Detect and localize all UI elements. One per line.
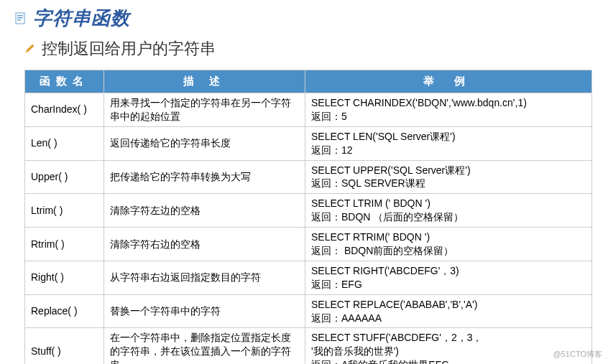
fn-name: Upper( ) — [25, 160, 104, 194]
fn-desc: 清除字符左边的空格 — [104, 194, 305, 228]
table-row: Replace( ) 替换一个字符串中的字符 SELECT REPLACE('A… — [25, 294, 592, 328]
page-title: 字符串函数 — [33, 6, 130, 31]
fn-desc: 清除字符右边的空格 — [104, 228, 305, 261]
watermark: @51CTO博客 — [553, 349, 602, 360]
fn-name: Rtrim( ) — [25, 228, 104, 261]
fn-desc: 返回传递给它的字符串长度 — [104, 126, 305, 160]
fn-example: SELECT STUFF('ABCDEFG'，2，3， '我的音乐我的世界') … — [305, 328, 592, 364]
fn-example: SELECT LTRIM (' BDQN ') 返回：BDQN （后面的空格保留… — [305, 194, 592, 228]
fn-name: Stuff( ) — [25, 328, 104, 364]
fn-example: SELECT CHARINDEX('BDQN','www.bdqn.cn',1)… — [305, 93, 592, 127]
table-row: CharIndex( ) 用来寻找一个指定的字符串在另一个字符串中的起始位置 S… — [25, 93, 592, 127]
table-row: Ltrim( ) 清除字符左边的空格 SELECT LTRIM (' BDQN … — [25, 194, 592, 228]
svg-rect-2 — [17, 17, 23, 19]
pencil-icon — [24, 44, 34, 54]
fn-desc: 替换一个字符串中的字符 — [104, 294, 305, 328]
subtitle: 控制返回给用户的字符串 — [42, 38, 216, 60]
table-row: Upper( ) 把传递给它的字符串转换为大写 SELECT UPPER('SQ… — [25, 160, 592, 194]
table-header-row: 函数名 描 述 举 例 — [25, 70, 592, 93]
fn-name: CharIndex( ) — [25, 93, 104, 127]
svg-rect-1 — [17, 15, 23, 17]
header-desc: 描 述 — [104, 70, 305, 93]
fn-desc: 用来寻找一个指定的字符串在另一个字符串中的起始位置 — [104, 93, 305, 127]
fn-example: SELECT RTRIM(' BDQN ') 返回： BDQN前面的空格保留） — [305, 228, 592, 261]
table-row: Rtrim( ) 清除字符右边的空格 SELECT RTRIM(' BDQN '… — [25, 228, 592, 261]
table-row: Len( ) 返回传递给它的字符串长度 SELECT LEN('SQL Serv… — [25, 126, 592, 160]
document-icon — [14, 12, 27, 25]
fn-name: Right( ) — [25, 261, 104, 294]
header-example: 举 例 — [305, 70, 592, 93]
subtitle-row: 控制返回给用户的字符串 — [24, 38, 594, 60]
fn-desc: 从字符串右边返回指定数目的字符 — [104, 261, 305, 294]
fn-name: Replace( ) — [25, 294, 104, 328]
functions-table: 函数名 描 述 举 例 CharIndex( ) 用来寻找一个指定的字符串在另一… — [24, 70, 592, 364]
table-row: Right( ) 从字符串右边返回指定数目的字符 SELECT RIGHT('A… — [25, 261, 592, 294]
fn-example: SELECT REPLACE('ABABAB','B','A') 返回：AAAA… — [305, 294, 592, 328]
fn-name: Ltrim( ) — [25, 194, 104, 228]
fn-desc: 在一个字符串中，删除指定位置指定长度的字符串，并在该位置插入一个新的字符串 — [104, 328, 305, 364]
fn-example: SELECT LEN('SQL Server课程') 返回：12 — [305, 126, 592, 160]
title-row: 字符串函数 — [14, 6, 594, 31]
fn-example: SELECT RIGHT('ABCDEFG'，3) 返回：EFG — [305, 261, 592, 294]
header-name: 函数名 — [25, 70, 104, 93]
fn-desc: 把传递给它的字符串转换为大写 — [104, 160, 305, 194]
svg-rect-3 — [17, 19, 21, 21]
fn-name: Len( ) — [25, 126, 104, 160]
table-row: Stuff( ) 在一个字符串中，删除指定位置指定长度的字符串，并在该位置插入一… — [25, 328, 592, 364]
fn-example: SELECT UPPER('SQL Server课程') 返回：SQL SERV… — [305, 160, 592, 194]
